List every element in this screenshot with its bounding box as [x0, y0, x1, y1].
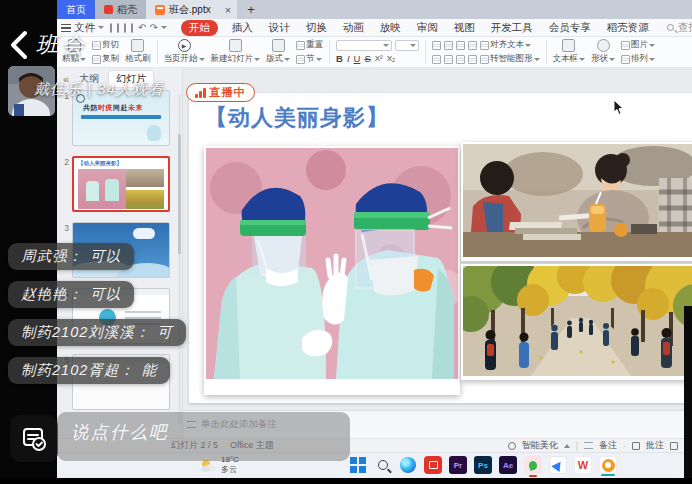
- back-button[interactable]: [8, 30, 30, 60]
- strike-button[interactable]: S: [364, 53, 370, 64]
- reset-button[interactable]: 重置: [296, 39, 323, 51]
- align-left-icon[interactable]: [432, 55, 441, 64]
- superscript-button[interactable]: X²: [375, 54, 383, 63]
- photoshop-button[interactable]: Ps: [474, 456, 492, 474]
- output-icon[interactable]: [117, 23, 119, 33]
- subscript-button[interactable]: X₂: [387, 54, 395, 63]
- note-button[interactable]: 备注: [599, 439, 617, 452]
- font-size-select[interactable]: [395, 40, 419, 51]
- beautify-expand-icon[interactable]: [564, 444, 570, 448]
- viewer-watermark: 戴佳乐 | 34人观看: [34, 80, 164, 99]
- start-button[interactable]: [349, 456, 367, 474]
- format-painter-icon: [131, 39, 144, 52]
- preview-icon[interactable]: [131, 23, 133, 33]
- tab-docer[interactable]: 稻壳: [95, 0, 146, 19]
- picture-icon: [621, 41, 630, 50]
- ribbon-tab-member[interactable]: 会员专享: [549, 21, 591, 35]
- undo-icon[interactable]: ↶: [138, 22, 146, 33]
- number-list-icon[interactable]: [444, 41, 453, 50]
- tab-close-icon[interactable]: ×: [225, 4, 231, 16]
- thumb-photo-1: [126, 169, 164, 187]
- beautify-icon: [508, 442, 516, 450]
- ribbon-tab-review[interactable]: 审阅: [417, 21, 438, 35]
- ribbon-tab-devtools[interactable]: 开发工具: [491, 21, 533, 35]
- print-icon[interactable]: [124, 23, 126, 33]
- underline-button[interactable]: U: [354, 53, 361, 64]
- ribbon-tab-insert[interactable]: 插入: [232, 21, 253, 35]
- sign-in-tool-button[interactable]: [10, 415, 58, 462]
- align-text-button[interactable]: 对齐文本: [480, 39, 531, 51]
- edge-browser-button[interactable]: [399, 456, 417, 474]
- room-close-icon[interactable]: ×: [92, 36, 100, 51]
- comment-button[interactable]: 批注: [646, 439, 664, 452]
- indent-increase-icon[interactable]: [468, 41, 477, 50]
- after-effects-button[interactable]: Ae: [499, 456, 517, 474]
- thumb-photo-2: [126, 190, 164, 209]
- redo-icon[interactable]: ↷: [149, 22, 157, 33]
- view-mode-icon[interactable]: [670, 442, 678, 450]
- red-app-button[interactable]: [424, 456, 442, 474]
- history-chevron-icon[interactable]: [161, 26, 167, 29]
- note-icon: [584, 442, 593, 449]
- recorder-app-button[interactable]: [599, 456, 617, 474]
- chat-input[interactable]: [69, 421, 269, 444]
- picture-button[interactable]: 图片: [621, 39, 655, 51]
- ribbon-tab-slideshow[interactable]: 放映: [380, 21, 401, 35]
- smart-beautify-button[interactable]: 智能美化: [522, 439, 558, 452]
- justify-icon[interactable]: [468, 55, 477, 64]
- new-slide-button[interactable]: 新建幻灯片: [211, 39, 261, 65]
- slide-image-autumn[interactable]: [461, 264, 692, 380]
- textbox-button[interactable]: 文本框: [553, 39, 586, 65]
- indent-decrease-icon[interactable]: [456, 41, 465, 50]
- ribbon-tab-view[interactable]: 视图: [454, 21, 475, 35]
- format-painter-button[interactable]: 格式刷: [125, 39, 151, 65]
- smart-graphic-button[interactable]: 转智能图形: [480, 53, 540, 65]
- slide-title[interactable]: 【动人美丽身影】: [205, 103, 389, 133]
- section-button[interactable]: 节: [296, 53, 322, 65]
- taskbar-search-button[interactable]: [374, 456, 392, 474]
- play-from-current-button[interactable]: ▶当页开始: [164, 39, 205, 65]
- layout-icon: [272, 39, 285, 52]
- slide-image-study[interactable]: [461, 142, 692, 261]
- slide-image-medics[interactable]: [204, 146, 460, 395]
- thumbnail-scrollbar[interactable]: [178, 94, 181, 424]
- slide-thumbnail[interactable]: 【动人美丽身影】: [72, 156, 170, 212]
- bullet-list-icon[interactable]: [432, 41, 441, 50]
- save-icon[interactable]: [110, 23, 112, 33]
- ribbon-tab-transition[interactable]: 切换: [306, 21, 327, 35]
- arrange-button[interactable]: 排列: [621, 53, 655, 65]
- italic-button[interactable]: I: [347, 53, 350, 64]
- chat-colon: ：: [135, 324, 151, 340]
- shapes-button[interactable]: 形状: [591, 39, 615, 65]
- wps-app-button[interactable]: W: [574, 456, 592, 474]
- align-center-icon[interactable]: [444, 55, 453, 64]
- section-icon: [296, 55, 305, 64]
- checklist-icon: [21, 426, 47, 452]
- live-badge: 直播中: [186, 83, 255, 102]
- comment-icon: [632, 442, 640, 450]
- ribbon-tab-docer-res[interactable]: 稻壳资源: [607, 21, 649, 35]
- chat-input-container[interactable]: [57, 412, 350, 461]
- font-family-select[interactable]: [336, 40, 392, 51]
- sprout-app-button[interactable]: [524, 456, 542, 474]
- ribbon-tab-home[interactable]: 开始: [181, 20, 218, 36]
- align-right-icon[interactable]: [456, 55, 465, 64]
- command-search[interactable]: 查找命令、搜索模板: [667, 21, 692, 35]
- current-slide[interactable]: 【动人美丽身影】: [189, 93, 692, 403]
- ribbon-tab-animation[interactable]: 动画: [343, 21, 364, 35]
- slide-thumb-2-selected[interactable]: 2 【动人美丽身影】: [57, 156, 182, 212]
- presentation-file-icon: [155, 5, 165, 15]
- netdisk-app-button[interactable]: [549, 456, 567, 474]
- tab-document[interactable]: 班会.pptx ×: [146, 0, 237, 19]
- tab-home[interactable]: 首页: [57, 0, 95, 19]
- bold-button[interactable]: B: [336, 53, 343, 64]
- copy-button[interactable]: 复制: [92, 53, 119, 65]
- layout-button[interactable]: 版式: [266, 39, 290, 65]
- premiere-button[interactable]: Pr: [449, 456, 467, 474]
- thumb-title: 【动人美丽身影】: [78, 160, 122, 167]
- study-photo: [463, 144, 692, 257]
- new-tab-button[interactable]: +: [237, 0, 265, 19]
- chat-sender: 赵艳艳: [21, 286, 68, 302]
- ribbon-tab-design[interactable]: 设计: [269, 21, 290, 35]
- chat-colon: ：: [68, 286, 84, 302]
